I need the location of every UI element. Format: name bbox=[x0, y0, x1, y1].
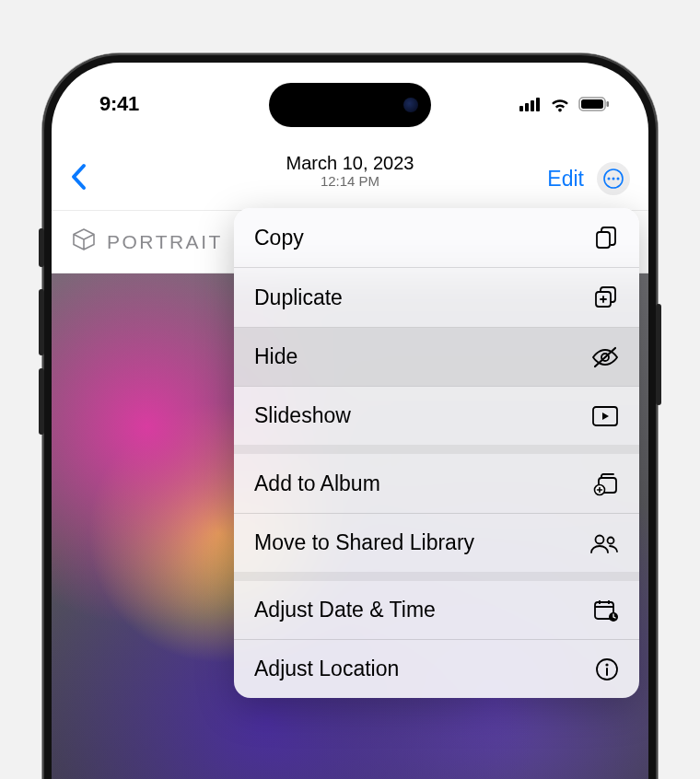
menu-label: Duplicate bbox=[254, 285, 343, 310]
iphone-frame: 9:41 March 10, 2023 12:14 PM bbox=[42, 53, 658, 779]
menu-label: Add to Album bbox=[254, 471, 380, 496]
duplicate-icon bbox=[593, 285, 619, 310]
cube-icon bbox=[72, 227, 96, 256]
edit-button[interactable]: Edit bbox=[547, 167, 584, 192]
photo-date: March 10, 2023 bbox=[286, 153, 414, 174]
menu-adjust-location[interactable]: Adjust Location bbox=[234, 640, 639, 698]
menu-label: Adjust Date & Time bbox=[254, 598, 436, 622]
play-rect-icon bbox=[591, 405, 619, 427]
svg-rect-5 bbox=[581, 99, 603, 109]
svg-point-17 bbox=[596, 535, 604, 543]
menu-slideshow[interactable]: Slideshow bbox=[234, 387, 639, 445]
context-menu: Copy Duplicate Hide Sli bbox=[234, 208, 639, 698]
nav-bar: March 10, 2023 12:14 PM Edit bbox=[52, 147, 648, 210]
screen: 9:41 March 10, 2023 12:14 PM bbox=[52, 63, 648, 779]
svg-rect-3 bbox=[536, 98, 540, 111]
title-block: March 10, 2023 12:14 PM bbox=[286, 153, 414, 189]
menu-label: Copy bbox=[254, 226, 304, 250]
svg-point-8 bbox=[608, 178, 611, 180]
svg-point-22 bbox=[605, 663, 608, 666]
svg-rect-11 bbox=[597, 232, 610, 248]
cellular-icon bbox=[519, 97, 542, 111]
menu-copy[interactable]: Copy bbox=[234, 208, 639, 267]
hide-icon bbox=[591, 346, 619, 368]
svg-point-18 bbox=[608, 537, 614, 543]
status-time: 9:41 bbox=[99, 92, 139, 116]
menu-move-shared-library[interactable]: Move to Shared Library bbox=[234, 514, 639, 572]
photo-time: 12:14 PM bbox=[286, 173, 414, 189]
menu-label: Slideshow bbox=[254, 403, 351, 428]
calendar-clock-icon bbox=[593, 599, 619, 622]
menu-adjust-date-time[interactable]: Adjust Date & Time bbox=[234, 581, 639, 639]
portrait-label: PORTRAIT bbox=[107, 231, 223, 253]
dynamic-island bbox=[269, 83, 431, 127]
menu-duplicate[interactable]: Duplicate bbox=[234, 268, 639, 327]
menu-label: Adjust Location bbox=[254, 657, 399, 681]
wifi-icon bbox=[549, 96, 571, 112]
svg-rect-2 bbox=[531, 100, 534, 111]
power-button bbox=[656, 304, 661, 405]
svg-point-10 bbox=[617, 178, 620, 180]
more-button[interactable] bbox=[597, 162, 630, 195]
svg-rect-6 bbox=[607, 101, 610, 107]
people-icon bbox=[589, 532, 619, 554]
menu-hide[interactable]: Hide bbox=[234, 328, 639, 386]
svg-rect-0 bbox=[519, 106, 523, 111]
volume-up-button bbox=[39, 289, 44, 355]
svg-rect-1 bbox=[525, 103, 529, 111]
menu-add-to-album[interactable]: Add to Album bbox=[234, 454, 639, 513]
volume-down-button bbox=[39, 368, 44, 435]
volume-button bbox=[39, 228, 44, 267]
info-icon bbox=[595, 657, 619, 681]
menu-label: Move to Shared Library bbox=[254, 530, 474, 555]
menu-label: Hide bbox=[254, 344, 298, 369]
svg-point-9 bbox=[612, 178, 615, 180]
camera-dot bbox=[403, 98, 418, 112]
back-button[interactable] bbox=[70, 163, 87, 194]
battery-icon bbox=[578, 97, 610, 111]
copy-icon bbox=[593, 225, 619, 250]
album-add-icon bbox=[593, 471, 619, 496]
